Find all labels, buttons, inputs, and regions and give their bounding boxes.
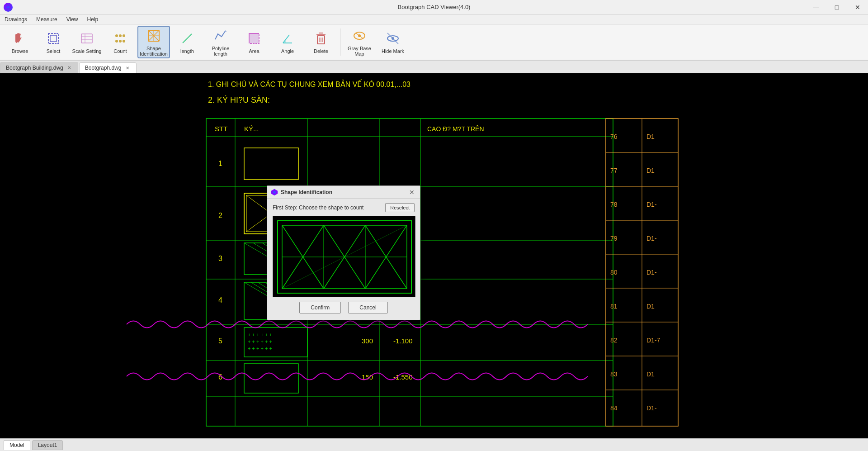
delete-icon bbox=[313, 30, 329, 47]
hidemark-button[interactable]: Hide Mark bbox=[377, 26, 409, 58]
svg-marker-21 bbox=[225, 30, 227, 32]
graymap-button[interactable]: Gray Base Map bbox=[343, 26, 376, 58]
scale-label: Scale Setting bbox=[72, 48, 102, 54]
menu-drawings[interactable]: Drawings bbox=[0, 15, 32, 24]
svg-point-11 bbox=[115, 40, 118, 43]
title-bar-left bbox=[0, 3, 13, 12]
angle-label: Angle bbox=[281, 48, 294, 54]
dialog-title: Shape Identification bbox=[281, 189, 332, 195]
angle-button[interactable]: Angle bbox=[271, 26, 304, 58]
window-controls: — □ ✕ bbox=[806, 0, 868, 14]
polyline-button[interactable]: Polyline length bbox=[204, 26, 237, 58]
svg-text:4: 4 bbox=[218, 296, 222, 304]
count-button[interactable]: Count bbox=[104, 26, 137, 58]
svg-text:D1-: D1- bbox=[646, 269, 657, 276]
svg-text:80: 80 bbox=[610, 269, 618, 276]
svg-text:81: 81 bbox=[610, 303, 618, 310]
dialog-preview bbox=[273, 216, 415, 297]
scale-icon bbox=[79, 30, 95, 47]
browse-label: Browse bbox=[12, 48, 28, 54]
dialog-close-button[interactable]: ✕ bbox=[407, 188, 416, 197]
tab-main-label: Bootgraph.dwg bbox=[85, 65, 122, 71]
svg-text:D1-: D1- bbox=[646, 201, 657, 208]
svg-point-10 bbox=[123, 34, 125, 37]
status-bar: Model Layout1 bbox=[0, 438, 868, 451]
tab-main[interactable]: Bootgraph.dwg ✕ bbox=[79, 62, 137, 73]
svg-point-13 bbox=[123, 40, 125, 43]
confirm-button[interactable]: Confirm bbox=[299, 302, 341, 313]
svg-text:KÝ...: KÝ... bbox=[244, 125, 259, 133]
svg-line-38 bbox=[387, 33, 398, 44]
svg-text:83: 83 bbox=[610, 370, 618, 378]
tab-building-label: Bootgraph Building.dwg bbox=[6, 65, 63, 71]
hidemark-icon bbox=[385, 30, 401, 47]
shape-identification-dialog: Shape Identification ✕ First Step: Choos… bbox=[267, 185, 420, 320]
svg-line-19 bbox=[183, 34, 192, 43]
svg-text:3: 3 bbox=[218, 255, 222, 262]
browse-button[interactable]: Browse bbox=[4, 26, 36, 58]
model-tab[interactable]: Model bbox=[4, 440, 30, 450]
svg-text:D1: D1 bbox=[646, 167, 655, 174]
svg-text:1. GHI CHÚ VÀ CÁC TỤ CHUNG XEM: 1. GHI CHÚ VÀ CÁC TỤ CHUNG XEM BẢN VẾ KÓ… bbox=[208, 79, 410, 88]
svg-point-8 bbox=[115, 34, 118, 37]
svg-text:STT: STT bbox=[215, 125, 227, 133]
scale-button[interactable]: Scale Setting bbox=[71, 26, 103, 58]
hidemark-label: Hide Mark bbox=[382, 48, 404, 54]
browse-icon bbox=[12, 30, 28, 47]
svg-text:+ + + + + +: + + + + + + bbox=[248, 339, 272, 344]
maximize-button[interactable]: □ bbox=[826, 0, 847, 14]
svg-text:D1-: D1- bbox=[646, 235, 657, 242]
svg-text:79: 79 bbox=[610, 235, 618, 242]
menu-view[interactable]: View bbox=[62, 15, 83, 24]
svg-text:+ + + + + +: + + + + + + bbox=[248, 332, 272, 337]
app-container: Bootgraph CAD Viewer(4.0) — □ ✕ Drawings… bbox=[0, 0, 868, 451]
svg-point-35 bbox=[358, 34, 361, 37]
svg-text:300: 300 bbox=[362, 337, 373, 345]
length-button[interactable]: length bbox=[171, 26, 203, 58]
dialog-logo-icon bbox=[271, 189, 278, 196]
delete-button[interactable]: Delete bbox=[305, 26, 337, 58]
dialog-titlebar: Shape Identification ✕ bbox=[267, 186, 420, 199]
svg-point-9 bbox=[119, 34, 122, 37]
menu-bar: Drawings Measure View Help bbox=[0, 14, 868, 24]
menu-help[interactable]: Help bbox=[83, 15, 103, 24]
angle-icon bbox=[279, 30, 296, 47]
svg-rect-22 bbox=[249, 33, 259, 43]
reselect-button[interactable]: Reselect bbox=[385, 203, 415, 212]
area-button[interactable]: Area bbox=[238, 26, 270, 58]
dialog-step-row: First Step: Choose the shape to count Re… bbox=[273, 203, 415, 212]
toolbar: Browse Select Scale Setting bbox=[0, 24, 868, 61]
delete-label: Delete bbox=[314, 48, 328, 54]
graymap-label: Gray Base Map bbox=[344, 46, 375, 57]
app-title: Bootgraph CAD Viewer(4.0) bbox=[398, 4, 471, 10]
minimize-button[interactable]: — bbox=[806, 0, 826, 14]
tab-building-close[interactable]: ✕ bbox=[66, 65, 72, 71]
tab-main-close[interactable]: ✕ bbox=[124, 65, 131, 71]
svg-text:D1: D1 bbox=[646, 303, 655, 310]
tab-building[interactable]: Bootgraph Building.dwg ✕ bbox=[0, 62, 78, 73]
close-button[interactable]: ✕ bbox=[847, 0, 868, 14]
length-icon bbox=[179, 30, 195, 47]
dialog-buttons: Confirm Cancel bbox=[273, 302, 415, 315]
svg-point-12 bbox=[119, 40, 122, 43]
svg-text:77: 77 bbox=[610, 167, 618, 174]
length-label: length bbox=[180, 48, 194, 54]
cancel-button[interactable]: Cancel bbox=[348, 302, 387, 313]
select-button[interactable]: Select bbox=[37, 26, 70, 58]
area-label: Area bbox=[249, 48, 259, 54]
menu-measure[interactable]: Measure bbox=[32, 15, 62, 24]
shape-identification-button[interactable]: Shape Identification bbox=[137, 26, 170, 58]
svg-text:D1: D1 bbox=[646, 370, 655, 378]
svg-line-26 bbox=[283, 35, 289, 43]
svg-text:2. KÝ HI?U SÀN:: 2. KÝ HI?U SÀN: bbox=[208, 95, 270, 104]
cad-content: 1. GHI CHÚ VÀ CÁC TỤ CHUNG XEM BẢN VẾ KÓ… bbox=[0, 73, 868, 438]
select-icon bbox=[45, 30, 61, 47]
layout1-tab[interactable]: Layout1 bbox=[32, 440, 63, 450]
count-label: Count bbox=[113, 48, 127, 54]
svg-text:5: 5 bbox=[218, 337, 222, 345]
svg-text:78: 78 bbox=[610, 201, 618, 208]
polyline-icon bbox=[212, 28, 229, 44]
svg-text:84: 84 bbox=[610, 404, 618, 412]
svg-text:82: 82 bbox=[610, 337, 618, 344]
svg-text:1: 1 bbox=[218, 160, 222, 167]
